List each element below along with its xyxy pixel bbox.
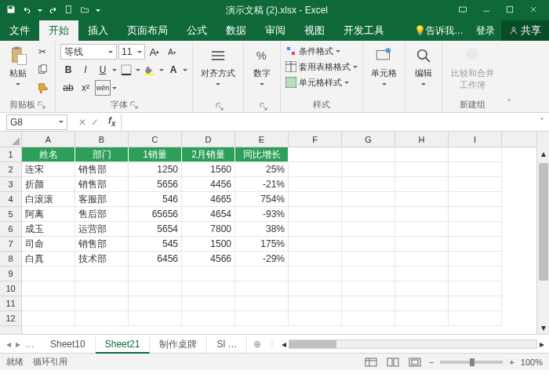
open-icon[interactable]: [80, 5, 89, 16]
cell[interactable]: 客服部: [75, 192, 129, 207]
cell[interactable]: 25%: [235, 162, 289, 177]
scroll-right-icon[interactable]: ▸: [540, 339, 544, 350]
cell[interactable]: [235, 311, 289, 326]
tab-prev-icon[interactable]: ◂: [6, 339, 11, 350]
row-header-8[interactable]: 8: [0, 252, 21, 267]
collapse-ribbon-icon[interactable]: ˄: [507, 98, 511, 109]
tab-file[interactable]: 文件: [0, 20, 39, 41]
tab-formula[interactable]: 公式: [177, 20, 216, 41]
ribbon-options-icon[interactable]: [458, 5, 467, 16]
cell[interactable]: [395, 162, 449, 177]
tab-next-icon[interactable]: ▸: [16, 339, 20, 350]
cell[interactable]: [22, 311, 75, 326]
cells-button[interactable]: 单元格: [368, 44, 400, 89]
cell[interactable]: [395, 222, 449, 237]
cell[interactable]: [342, 222, 395, 237]
cell[interactable]: [342, 281, 395, 296]
cell[interactable]: [395, 267, 449, 281]
cell[interactable]: [342, 252, 395, 267]
cell[interactable]: 阿离: [22, 207, 75, 222]
cell[interactable]: [449, 281, 502, 296]
row-header-6[interactable]: 6: [0, 222, 21, 237]
cell[interactable]: [449, 222, 502, 237]
cell[interactable]: 546: [129, 192, 182, 207]
cell[interactable]: [342, 296, 395, 311]
cell[interactable]: 司命: [22, 237, 75, 252]
cell-styles-button[interactable]: 单元格样式: [285, 75, 358, 89]
scroll-up-icon[interactable]: ▴: [537, 147, 549, 160]
cell[interactable]: [289, 222, 342, 237]
cell[interactable]: 同比增长: [235, 147, 289, 162]
cell[interactable]: [182, 296, 235, 311]
qat-customize[interactable]: [96, 9, 100, 14]
shrink-font-icon[interactable]: A▾: [164, 44, 180, 60]
cell[interactable]: 折颜: [22, 177, 75, 192]
cell[interactable]: [395, 237, 449, 252]
cell[interactable]: 1250: [129, 162, 182, 177]
scroll-left-icon[interactable]: ◂: [282, 339, 286, 350]
zoom-level[interactable]: 100%: [521, 358, 543, 367]
col-header-B[interactable]: B: [75, 132, 129, 147]
format-painter-icon[interactable]: [35, 80, 50, 96]
cell[interactable]: [289, 281, 342, 296]
dialog-launcher-icon[interactable]: [38, 101, 45, 109]
scroll-thumb[interactable]: [539, 163, 548, 281]
row-header-11[interactable]: 11: [0, 296, 21, 311]
scroll-down-icon[interactable]: ▾: [537, 321, 549, 334]
zoom-in-button[interactable]: +: [509, 358, 514, 367]
cell[interactable]: [22, 296, 75, 311]
cell[interactable]: 4456: [182, 177, 235, 192]
row-header-7[interactable]: 7: [0, 237, 21, 252]
cell[interactable]: [22, 281, 75, 296]
fill-color-icon[interactable]: [142, 62, 158, 78]
col-header-H[interactable]: H: [395, 132, 449, 147]
formula-bar[interactable]: [121, 114, 535, 130]
cell[interactable]: 4665: [182, 192, 235, 207]
dialog-launcher-icon[interactable]: [260, 103, 267, 111]
cell[interactable]: [342, 177, 395, 192]
cell[interactable]: [395, 296, 449, 311]
cell[interactable]: [342, 147, 395, 162]
cell[interactable]: 4566: [182, 252, 235, 267]
minimize-icon[interactable]: [482, 5, 491, 16]
cell[interactable]: [395, 207, 449, 222]
dialog-launcher-icon[interactable]: [216, 103, 224, 111]
tab-view[interactable]: 视图: [295, 20, 334, 41]
cancel-formula-icon[interactable]: ✕: [78, 117, 86, 128]
underline-icon[interactable]: U: [95, 62, 111, 78]
cell[interactable]: [289, 162, 342, 177]
cell[interactable]: [342, 311, 395, 326]
cell[interactable]: 部门: [75, 147, 129, 162]
zoom-slider[interactable]: [440, 361, 503, 364]
name-box[interactable]: G8: [6, 114, 67, 130]
cell[interactable]: 连宋: [22, 162, 75, 177]
cell[interactable]: [395, 252, 449, 267]
tab-layout[interactable]: 页面布局: [118, 20, 177, 41]
cell[interactable]: 65656: [129, 207, 182, 222]
col-header-G[interactable]: G: [342, 132, 395, 147]
cell[interactable]: 1500: [182, 237, 235, 252]
cell[interactable]: 姓名: [22, 147, 75, 162]
tab-review[interactable]: 审阅: [256, 20, 295, 41]
share-button[interactable]: 共享: [501, 20, 549, 41]
tab-home[interactable]: 开始: [39, 20, 78, 41]
row-header-3[interactable]: 3: [0, 177, 21, 192]
cell[interactable]: 1560: [182, 162, 235, 177]
cell[interactable]: -29%: [235, 252, 289, 267]
font-name-combo[interactable]: 等线: [60, 44, 117, 60]
col-header-I[interactable]: I: [449, 132, 502, 147]
cell[interactable]: [289, 147, 342, 162]
pagebreak-view-icon[interactable]: [407, 356, 423, 368]
row-header-12[interactable]: 12: [0, 311, 21, 326]
cell[interactable]: 销售部: [75, 162, 129, 177]
cell[interactable]: 成玉: [22, 222, 75, 237]
cell[interactable]: [182, 267, 235, 281]
row-header-5[interactable]: 5: [0, 207, 21, 222]
edit-button[interactable]: 编辑: [410, 44, 437, 89]
cell[interactable]: [395, 177, 449, 192]
font-color-icon[interactable]: A: [165, 62, 181, 78]
tab-data[interactable]: 数据: [216, 20, 256, 41]
row-header-2[interactable]: 2: [0, 162, 21, 177]
save-icon[interactable]: [6, 5, 16, 16]
cell[interactable]: [289, 267, 342, 281]
